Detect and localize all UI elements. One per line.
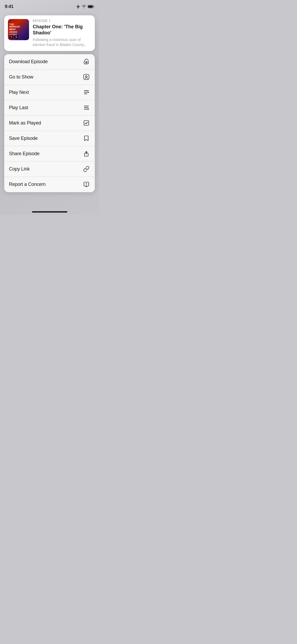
status-icons xyxy=(76,4,94,9)
artwork-logos: T S xyxy=(9,35,18,39)
menu-item-play-next-label: Play Next xyxy=(9,90,29,95)
menu-item-download[interactable]: Download Episode xyxy=(4,54,95,70)
status-bar: 9:41 xyxy=(0,0,99,12)
menu-item-report-concern-label: Report a Concern xyxy=(9,182,46,187)
battery-icon xyxy=(88,5,94,8)
link-icon xyxy=(83,165,90,173)
checkmark-square-icon xyxy=(83,119,90,127)
download-icon xyxy=(83,58,90,65)
menu-item-copy-link[interactable]: Copy Link xyxy=(4,162,95,177)
play-next-icon xyxy=(83,89,90,96)
status-time: 9:41 xyxy=(5,4,13,9)
episode-title: Chapter One: 'The Big Shadoo' xyxy=(33,24,91,36)
artwork-logo-nyt: T xyxy=(9,35,13,39)
svg-point-4 xyxy=(86,76,87,77)
play-last-icon xyxy=(83,104,90,111)
podcast-icon xyxy=(83,73,90,81)
menu-item-save-episode-label: Save Episode xyxy=(9,136,38,141)
artwork-logo-serial: S xyxy=(14,35,18,39)
menu-item-mark-played[interactable]: Mark as Played xyxy=(4,116,95,131)
episode-description: Following a notorious case of election f… xyxy=(33,37,91,47)
svg-rect-11 xyxy=(84,121,89,125)
menu-item-goto-show-label: Go to Show xyxy=(9,74,33,80)
share-icon xyxy=(83,150,90,157)
menu-item-save-episode[interactable]: Save Episode xyxy=(4,131,95,146)
menu-item-copy-link-label: Copy Link xyxy=(9,166,30,172)
menu-item-play-last[interactable]: Play Last xyxy=(4,100,95,116)
menu-item-download-label: Download Episode xyxy=(9,59,48,65)
menu-item-goto-show[interactable]: Go to Show xyxy=(4,70,95,85)
episode-info: EPISODE 1 Chapter One: 'The Big Shadoo' … xyxy=(33,19,91,47)
menu-item-play-next[interactable]: Play Next xyxy=(4,85,95,100)
menu-item-share-episode[interactable]: Share Episode xyxy=(4,146,95,162)
bookmark-icon xyxy=(83,135,90,142)
menu-item-mark-played-label: Mark as Played xyxy=(9,120,41,126)
svg-rect-1 xyxy=(88,6,93,8)
episode-artwork: THE IMPROVE MENT ASSOC IATION T S xyxy=(8,19,29,40)
airplane-icon xyxy=(76,4,80,9)
svg-point-16 xyxy=(86,185,87,185)
episode-card[interactable]: THE IMPROVE MENT ASSOC IATION T S EPISOD… xyxy=(4,15,95,51)
report-icon xyxy=(83,181,90,188)
wifi-icon xyxy=(82,5,86,8)
menu-item-play-last-label: Play Last xyxy=(9,105,28,111)
episode-label: EPISODE 1 xyxy=(33,19,91,23)
menu-item-share-episode-label: Share Episode xyxy=(9,151,39,157)
context-menu: Download Episode Go to Show Play Next xyxy=(4,54,95,192)
home-indicator xyxy=(32,211,67,213)
menu-item-report-concern[interactable]: Report a Concern xyxy=(4,177,95,192)
svg-rect-3 xyxy=(84,74,89,80)
